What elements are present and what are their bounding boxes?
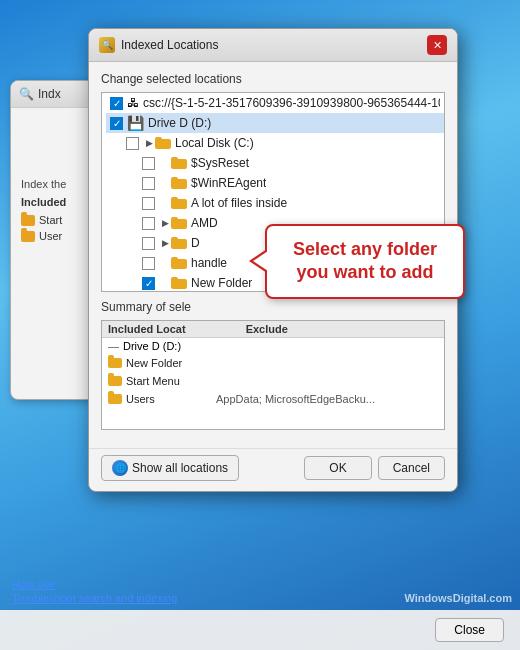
drive-dash: — <box>108 340 119 352</box>
summary-drive-d: — Drive D (D:) <box>102 338 444 354</box>
checkbox-drived[interactable]: ✓ <box>110 117 123 130</box>
bg-user-label: User <box>39 230 62 242</box>
bottom-bar: Close <box>0 610 520 650</box>
folder-icon-sm <box>108 358 122 368</box>
tree-label-sysreset: $SysReset <box>191 156 249 170</box>
dialog-title-left: 🔍 Indexed Locations <box>99 37 218 53</box>
summary-label: Summary of sele <box>101 300 445 314</box>
cancel-button[interactable]: Cancel <box>378 456 445 480</box>
folder-icon-winreagent <box>171 177 187 189</box>
tree-item-csc[interactable]: ✓ 🖧 csc://{S-1-5-21-3517609396-391093980… <box>106 93 444 113</box>
folder-icon-localc <box>155 137 171 149</box>
folder-icon-d <box>171 237 187 249</box>
folder-icon-handle <box>171 257 187 269</box>
indexed-locations-dialog: 🔍 Indexed Locations ✕ Change selected lo… <box>88 28 458 492</box>
summary-col1: Included Locat <box>108 323 186 335</box>
tree-label-localc: Local Disk (C:) <box>175 136 254 150</box>
tree-item-sysreset[interactable]: $SysReset <box>138 153 444 173</box>
change-locations-label: Change selected locations <box>101 72 445 86</box>
network-icon: 🖧 <box>127 96 139 110</box>
dialog-title-icon: 🔍 <box>99 37 115 53</box>
ok-cancel-group: OK Cancel <box>304 456 445 480</box>
dialog-titlebar: 🔍 Indexed Locations ✕ <box>89 29 457 62</box>
summary-header: Included Locat Exclude <box>102 321 444 338</box>
tree-item-winreagent[interactable]: $WinREAgent <box>138 173 444 193</box>
troubleshoot-link[interactable]: Troubleshoot search and indexing <box>12 592 177 604</box>
checkbox-handle[interactable] <box>142 257 155 270</box>
close-bar-button[interactable]: Close <box>435 618 504 642</box>
checkbox-sysreset[interactable] <box>142 157 155 170</box>
summary-startmenu: Start Menu <box>102 372 444 390</box>
summary-newfolder-label: New Folder <box>126 357 216 369</box>
summary-newfolder: New Folder <box>102 354 444 372</box>
dialog-footer: 🌐 Show all locations OK Cancel <box>89 448 457 491</box>
folder-icon <box>21 231 35 242</box>
tree-label-drived: Drive D (D:) <box>148 116 211 130</box>
dialog-close-button[interactable]: ✕ <box>427 35 447 55</box>
summary-users-exclude: AppData; MicrosoftEdgeBacku... <box>216 393 375 405</box>
tooltip-balloon: Select any folder you want to add <box>265 224 465 299</box>
tooltip-text: Select any folder you want to add <box>281 238 449 285</box>
summary-users-label: Users <box>126 393 216 405</box>
bg-start-label: Start <box>39 214 62 226</box>
show-all-locations-button[interactable]: 🌐 Show all locations <box>101 455 239 481</box>
tree-label-alotoffiles: A lot of files inside <box>191 196 287 210</box>
ok-button[interactable]: OK <box>304 456 371 480</box>
drive-icon: 💾 <box>127 115 144 131</box>
summary-col2: Exclude <box>246 323 288 335</box>
summary-users: Users AppData; MicrosoftEdgeBacku... <box>102 390 444 408</box>
dialog-title-text: Indexed Locations <box>121 38 218 52</box>
tree-item-localc[interactable]: ▶ Local Disk (C:) <box>122 133 444 153</box>
tree-label-amd: AMD <box>191 216 218 230</box>
chevron-amd: ▶ <box>159 218 171 228</box>
folder-icon <box>21 215 35 226</box>
watermark: WindowsDigital.com <box>405 592 512 604</box>
checkbox-amd[interactable] <box>142 217 155 230</box>
bg-window-title: 🔍 Indx <box>19 87 61 101</box>
how-does-link[interactable]: How doe <box>12 578 177 590</box>
summary-section: Included Locat Exclude — Drive D (D:) Ne… <box>101 320 445 430</box>
folder-icon-amd <box>171 217 187 229</box>
folder-icon-sm <box>108 376 122 386</box>
checkbox-newfolder[interactable]: ✓ <box>142 277 155 290</box>
tooltip-arrow-inner <box>253 251 268 271</box>
folder-icon-alotoffiles <box>171 197 187 209</box>
chevron-localc: ▶ <box>143 138 155 148</box>
bottom-links: How doe Troubleshoot search and indexing <box>12 578 177 606</box>
checkbox-alotoffiles[interactable] <box>142 197 155 210</box>
tree-label-winreagent: $WinREAgent <box>191 176 266 190</box>
checkbox-csc[interactable]: ✓ <box>110 97 123 110</box>
globe-icon: 🌐 <box>112 460 128 476</box>
tree-label-csc: csc://{S-1-5-21-3517609396-3910939800-96… <box>143 96 440 110</box>
tree-item-drived[interactable]: ✓ 💾 Drive D (D:) <box>106 113 444 133</box>
tree-label-d: D <box>191 236 200 250</box>
checkbox-localc[interactable] <box>126 137 139 150</box>
bg-title-icon: 🔍 <box>19 87 34 101</box>
checkbox-d[interactable] <box>142 237 155 250</box>
folder-icon-sysreset <box>171 157 187 169</box>
chevron-d: ▶ <box>159 238 171 248</box>
folder-icon-sm <box>108 394 122 404</box>
tree-item-alotoffiles[interactable]: A lot of files inside <box>138 193 444 213</box>
bg-title-text: Indx <box>38 87 61 101</box>
folder-icon-newfolder <box>171 277 187 289</box>
summary-startmenu-label: Start Menu <box>126 375 216 387</box>
tree-label-newfolder: New Folder <box>191 276 252 290</box>
summary-drive-d-label: Drive D (D:) <box>123 340 181 352</box>
checkbox-winreagent[interactable] <box>142 177 155 190</box>
show-all-label: Show all locations <box>132 461 228 475</box>
tree-label-handle: handle <box>191 256 227 270</box>
